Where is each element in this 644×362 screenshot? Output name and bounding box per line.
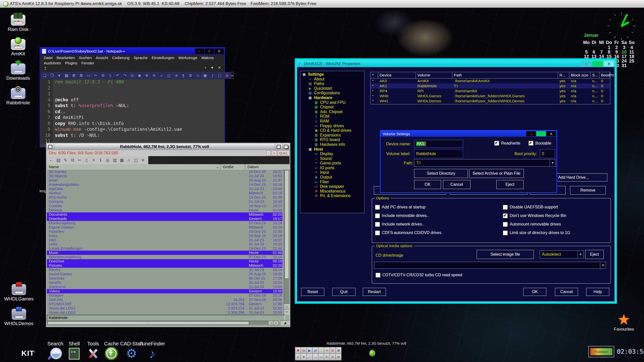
save-all-icon[interactable]: ▦	[63, 72, 70, 79]
zoom-out-icon[interactable]: ⊖	[151, 72, 157, 79]
tree-item-hardware[interactable]: ▣Hardware	[300, 96, 364, 100]
checkbox-limit-size-of-directory-drives-to-1g[interactable]: Limit size of directory drives to 1G	[503, 229, 570, 237]
search-icon[interactable]: ◎	[105, 157, 111, 163]
toolbar-overflow-icon[interactable]: »	[231, 72, 233, 79]
view-list-icon[interactable]: ▥	[112, 157, 118, 163]
copy-icon[interactable]: ⧉	[100, 72, 106, 79]
menu-ansicht[interactable]: Ansicht	[94, 55, 110, 60]
redo-icon[interactable]: ↷	[122, 72, 128, 79]
cd-image-dropdown[interactable]: ▼	[374, 262, 606, 269]
volume-label-input[interactable]: RabbitHole	[414, 149, 463, 158]
maximize-button[interactable]: □	[592, 61, 603, 67]
close-button[interactable]: X	[546, 131, 556, 136]
code-icon[interactable]: ◇	[194, 72, 201, 79]
file-row-cookies[interactable]: Cookies16-Sep-2319:27:52	[47, 204, 283, 208]
close-all-icon[interactable]: ⊠	[78, 72, 85, 79]
tree-item-rom[interactable]: ▯ROM	[300, 114, 364, 119]
file-row-links[interactable]: Links31-Jul-2315:53:52	[47, 242, 283, 246]
file-row-icons[interactable]: Icons29-Sep-2520:16:12	[47, 234, 283, 238]
sound-icon[interactable]: ♫	[126, 157, 132, 163]
amikit-dock-logo[interactable]: KIT▫	[21, 349, 36, 357]
disable-icon[interactable]: ⊘	[330, 347, 336, 354]
menu-werkzeuge[interactable]: Werkzeuge	[176, 55, 199, 60]
ok-button[interactable]: OK	[414, 180, 441, 189]
file-row-intel[interactable]: Intel31-Jul-2316:07:33	[47, 238, 283, 242]
new-tab-icon[interactable]: +	[203, 66, 208, 70]
cdtv-turbo-checkbox[interactable]	[376, 273, 380, 278]
tree-item-io-ports[interactable]: ▱IO ports	[300, 166, 364, 170]
desktop-icon-ramdisk[interactable]: Ram Disk	[3, 15, 33, 32]
desktop-icon-amikit[interactable]: AmiKit	[3, 39, 33, 57]
device-row-wh1[interactable]: *WH1WHDLDemos.\home\amikit\user_folders\…	[371, 99, 610, 104]
file-row-ntuser-dat-log1[interactable]: ntuser.dat.LOG12.953.21631-Jul-2315:50:5…	[47, 306, 283, 310]
checkbox-bootable[interactable]: Bootable	[529, 141, 551, 146]
vertical-scroll-thumb[interactable]	[285, 170, 289, 279]
checkbox-include-removable-drives[interactable]: Include removable drives..	[375, 211, 441, 220]
file-row-videos[interactable]: VideosGestern16:50:38	[47, 289, 283, 293]
new-file-icon[interactable]: ❏	[41, 72, 48, 79]
cut-icon[interactable]: ✂	[92, 72, 99, 79]
show-symbols-icon[interactable]: ¶	[180, 72, 187, 79]
screen-icon[interactable]: ▭	[318, 354, 324, 360]
refresh-icon[interactable]: ↻	[324, 354, 330, 360]
view-icons-icon[interactable]: ▦	[119, 157, 125, 163]
record-icon[interactable]: ◎	[224, 72, 230, 79]
menu-makros[interactable]: Makros	[199, 55, 216, 60]
undo-icon[interactable]: ↶	[114, 72, 121, 79]
file-row-saved-games[interactable]: Saved Games26-Aug-2519:05:32	[47, 272, 283, 276]
scroll-up-icon[interactable]: △	[284, 303, 290, 309]
bulb-icon[interactable]: ●	[318, 347, 324, 354]
checkbox-add-pc-drives-at-startup[interactable]: Add PC drives at startup	[375, 203, 441, 211]
drawer-icon[interactable]: ▤	[301, 347, 307, 354]
scroll-down-icon[interactable]: ▽	[284, 309, 290, 315]
play-icon[interactable]: ▶	[307, 347, 312, 354]
tree-item-chipset[interactable]: ▦Chipset	[300, 105, 364, 110]
notepad-titlebar[interactable]: D:\Live\PowerOS\obey\boot2.bat - Notepad…	[40, 48, 224, 55]
close-button[interactable]: X	[604, 61, 614, 67]
file-row-3d-objects[interactable]: 3D Objects31-Jul-2315:53:52	[47, 174, 283, 178]
checkbox-cdtv-turbo[interactable]: CDTV/CDTV-CR/CD32 turbo CD read speed	[376, 271, 462, 279]
file-row-archive[interactable]: ArchiveMittwoch02:19:30	[47, 191, 283, 195]
file-row-ats-archiv[interactable]: ATS-Archiv14-Dez-2501:49:10	[47, 195, 283, 200]
tree-item-settings[interactable]: ▣Settings	[300, 72, 364, 77]
tree-item-about[interactable]: ✓About	[300, 77, 364, 82]
menu-ausf-hren[interactable]: Ausführen	[42, 60, 63, 66]
maximize-button[interactable]: □	[205, 49, 214, 54]
file-row-downloads[interactable]: DownloadsGestern15:17:53	[47, 217, 283, 221]
eject-button[interactable]: Eject	[496, 180, 524, 189]
maximize-button[interactable]: ▫	[536, 131, 546, 136]
col-r[interactable]: R...	[558, 72, 569, 78]
col-bootpri[interactable]: BootPri	[599, 72, 610, 78]
device-row-ak0[interactable]: *AK0AmiKit.\home\amikit\AmiKityesn/an...…	[371, 78, 610, 83]
open-file-icon[interactable]: ❐	[49, 72, 55, 79]
delete-icon[interactable]: ✕	[140, 157, 146, 163]
col-[interactable]: *	[371, 72, 378, 78]
winuae-titlebar[interactable]: ✓ [AmiKit12] - WinUAE Properties – □ X	[297, 60, 615, 67]
dock-item-tunefinder[interactable]: TuneFinder ♪	[137, 341, 167, 360]
word-wrap-icon[interactable]: ⇉	[173, 72, 179, 79]
select-archive-button[interactable]: Select Archive or Plain File	[469, 169, 524, 178]
restart-button[interactable]: Restart	[363, 288, 386, 296]
file-row-ntuser-dat-log2[interactable]: ntuser.dat.LOG22.359.29631-Jul-2315:50:5…	[47, 310, 283, 315]
menu-suchen[interactable]: Suchen	[77, 55, 94, 60]
parent-gadget[interactable]: <	[272, 150, 277, 156]
view-details-icon[interactable]: ▤	[55, 157, 61, 163]
source-button[interactable]: QUEL	[278, 150, 290, 156]
checkbox-automount-removable-drives[interactable]: Automount removable drives	[503, 220, 570, 229]
file-row-documents[interactable]: DocumentsMittwoch02:20:33	[47, 212, 283, 217]
tree-item-ram[interactable]: ▯RAM	[300, 119, 364, 124]
close-icon[interactable]: ⊠	[70, 72, 77, 79]
rabbithole-titlebar[interactable]: RabbitHole, 662,7M frei, 2,3G benutzt, 7…	[47, 144, 290, 150]
boot-priority-input[interactable]: 0	[540, 149, 555, 158]
tree-item-disk-swapper[interactable]: ▭Disk swapper	[300, 184, 364, 189]
scroll-right-icon[interactable]: ▷	[273, 321, 279, 325]
window-depth-gadget[interactable]	[282, 144, 290, 150]
tree-item-floppy-drives[interactable]: ▭Floppy drives	[300, 124, 364, 128]
bootable-checkbox[interactable]	[529, 141, 533, 146]
reset-button[interactable]: Reset	[301, 288, 324, 296]
file-row-sendto[interactable]: SendTo31-Jul-2315:54:59	[47, 281, 283, 285]
eject-cd-button[interactable]: Eject	[585, 250, 604, 259]
menu-datei[interactable]: Datei	[42, 55, 55, 60]
tree-item-miscellaneous[interactable]: ✚Miscellaneous	[300, 189, 364, 194]
block-icon[interactable]: ⊘	[330, 354, 336, 360]
